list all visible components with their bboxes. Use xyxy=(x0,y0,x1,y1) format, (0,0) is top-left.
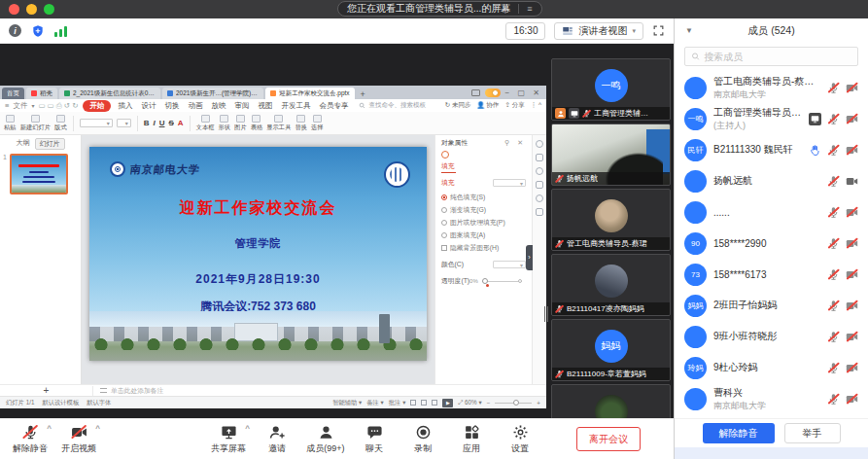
ribbon-版式[interactable]: 版式 xyxy=(54,115,67,132)
notes-placeholder[interactable]: 单击此处添加备注 xyxy=(93,386,163,396)
wps-topright-0[interactable]: ↻ 未同步 xyxy=(445,101,471,110)
strip-icon-4[interactable] xyxy=(536,181,543,189)
wps-menu-会员专享[interactable]: 会员专享 xyxy=(317,101,350,111)
caret-icon[interactable]: ^ xyxy=(47,424,52,433)
ribbon-替换[interactable]: 替换 xyxy=(295,115,307,132)
wps-left-tab-幻灯片[interactable]: 幻灯片 xyxy=(35,138,65,150)
style-S[interactable]: S xyxy=(168,119,173,127)
fill-option[interactable]: 纯色填充(S) xyxy=(441,193,526,202)
wps-topright-2[interactable]: ⇪ 分享 xyxy=(504,101,524,110)
vip-account-badge[interactable] xyxy=(485,88,501,97)
video-tile-5[interactable]: 妈妈B21111009-章若萱妈妈 xyxy=(551,319,671,381)
wps-menu-开发工具[interactable]: 开发工具 xyxy=(279,101,312,111)
watching-screen-banner[interactable]: 您正在观看工商管理类辅导员...的屏幕 ≡ xyxy=(337,1,542,17)
wps-tab-doc[interactable]: 2021级新生开…(管理学院)(1) xyxy=(162,88,263,99)
caret-icon[interactable]: ^ xyxy=(245,424,250,433)
cam-button[interactable]: ^开启视频 xyxy=(54,424,103,455)
member-row[interactable]: 玲妈9杜心玲妈 xyxy=(684,352,858,383)
alpha-slider[interactable] xyxy=(482,281,522,282)
video-tile-3[interactable]: 管工电商类辅导员-蔡珺 xyxy=(551,189,671,251)
new-tab-button[interactable]: + xyxy=(357,89,369,99)
thumbnail-strip-handle[interactable] xyxy=(544,306,548,322)
member-row[interactable]: ...... xyxy=(684,196,858,228)
screen-button[interactable]: ^共享屏幕 xyxy=(204,424,253,455)
video-tile-6[interactable] xyxy=(551,384,671,418)
wps-menu-审阅[interactable]: 审阅 xyxy=(232,101,251,111)
member-row[interactable]: 一鸣工商管理类辅导员-李…(主持人) xyxy=(684,103,858,134)
zoom-slider[interactable] xyxy=(495,403,532,404)
wps-menu-动画[interactable]: 动画 xyxy=(186,101,204,111)
font-style-buttons[interactable]: BIUSA xyxy=(144,119,184,127)
ribbon-表格[interactable]: 表格 xyxy=(251,115,263,132)
ribbon-图片[interactable]: 图片 xyxy=(234,115,247,132)
style-A[interactable]: A xyxy=(178,119,184,127)
member-row[interactable]: 9班小班符晓彤 xyxy=(684,321,858,352)
wps-menu-放映[interactable]: 放映 xyxy=(209,101,227,111)
zoom-level[interactable]: ⤢ 60% ▾ xyxy=(458,399,481,406)
wps-more-icon[interactable]: ⋮ ^ xyxy=(531,101,541,110)
video-tile-1[interactable]: 一鸣工商管理类辅… xyxy=(551,58,671,121)
wps-min-max-close[interactable]: − ▢ ✕ xyxy=(505,88,542,97)
ribbon-显示工具[interactable]: 显示工具 xyxy=(266,115,291,132)
chat-button[interactable]: 聊天 xyxy=(350,424,399,455)
wps-tab-sheet[interactable]: 2_2021级新生信息统计表04.30(1) xyxy=(59,88,160,99)
video-tile-4[interactable]: B21110417凌亦陶妈妈 xyxy=(551,254,671,316)
style-B[interactable]: B xyxy=(144,119,150,127)
shape-style-icon[interactable] xyxy=(441,151,449,159)
member-row[interactable]: 民轩B21111330 魏民轩 xyxy=(684,134,858,165)
raise-hand-button[interactable]: 举手 xyxy=(784,423,841,443)
read-view-icon[interactable] xyxy=(432,400,437,406)
close-window-button[interactable] xyxy=(9,4,19,15)
wps-tab-ppt[interactable]: 迎新工作家校交流会.pptx xyxy=(265,88,355,99)
wps-topright-1[interactable]: 👤 协作 xyxy=(476,101,499,110)
pin-and-close-icons[interactable]: ⚲ ✕ xyxy=(504,139,526,147)
banner-menu-icon[interactable]: ≡ xyxy=(518,4,532,14)
wps-slide-canvas[interactable]: 南京邮电大学 迎新工作家校交流会 管理学院 2021年9月28日19:30 腾讯… xyxy=(82,135,434,384)
record-button[interactable]: 录制 xyxy=(399,424,447,455)
style-I[interactable]: I xyxy=(153,119,155,127)
normal-view-icon[interactable] xyxy=(410,400,416,406)
fullscreen-icon[interactable] xyxy=(652,24,665,37)
gear-button[interactable]: 设置 xyxy=(496,424,544,455)
meeting-timer[interactable]: 16:30 xyxy=(505,22,545,40)
meeting-info-icon[interactable]: i xyxy=(9,24,21,37)
fill-tab[interactable]: 填充 xyxy=(441,161,456,173)
font-size-select[interactable]: ▾ xyxy=(117,119,131,127)
member-row[interactable]: 妈妈2班田子怡妈妈 xyxy=(684,290,858,321)
style-U[interactable]: U xyxy=(159,119,165,127)
status-批注[interactable]: 批注 ▾ xyxy=(389,399,406,407)
member-search-input[interactable] xyxy=(704,52,851,62)
member-row[interactable]: 曹科兴南京邮电大学 xyxy=(684,383,858,414)
video-tile-2[interactable]: 扬帆远航 xyxy=(551,124,671,186)
fill-option[interactable]: 隐藏背景图形(H) xyxy=(441,243,526,253)
wps-menu-开始[interactable]: 开始 xyxy=(83,100,111,112)
color-dropdown[interactable]: ▾ xyxy=(493,261,526,268)
ribbon-形状[interactable]: 形状 xyxy=(218,115,230,132)
mic-button[interactable]: ^解除静音 xyxy=(6,424,54,455)
apps-button[interactable]: 应用 xyxy=(447,424,496,455)
caret-icon[interactable]: ^ xyxy=(95,424,100,433)
slide-thumbnail[interactable] xyxy=(10,154,68,194)
security-shield-icon[interactable] xyxy=(31,24,45,38)
zoom-window-button[interactable] xyxy=(44,4,54,15)
strip-icon-2[interactable] xyxy=(536,154,543,161)
collapse-panel-icon[interactable]: ▼ xyxy=(685,26,693,35)
network-signal-icon[interactable] xyxy=(54,25,67,37)
fill-option[interactable]: 图案填充(A) xyxy=(441,230,526,240)
status-备注[interactable]: 备注 ▾ xyxy=(366,399,384,407)
presentation-slide[interactable]: 南京邮电大学 迎新工作家校交流会 管理学院 2021年9月28日19:30 腾讯… xyxy=(89,147,427,361)
ribbon-文本框[interactable]: 文本框 xyxy=(196,115,215,132)
wps-menu-视图[interactable]: 视图 xyxy=(256,101,274,111)
strip-icon-3[interactable] xyxy=(536,167,543,175)
ribbon-选择[interactable]: 选择 xyxy=(311,115,324,132)
strip-icon-6[interactable] xyxy=(536,208,543,216)
status-智能辅助[interactable]: 智能辅助 ▾ xyxy=(332,399,362,407)
wps-menu-切换[interactable]: 切换 xyxy=(162,101,181,111)
fill-preset-dropdown[interactable]: ▾ xyxy=(493,179,526,187)
minimize-window-button[interactable] xyxy=(26,4,37,15)
leave-meeting-button[interactable]: 离开会议 xyxy=(576,427,641,451)
ribbon-粘贴[interactable]: 粘贴 xyxy=(4,115,17,132)
fill-option[interactable]: 图片或纹理填充(P) xyxy=(441,218,526,228)
strip-icon-1[interactable] xyxy=(536,140,543,148)
view-mode-button[interactable]: 演讲者视图 ▾ xyxy=(554,22,643,40)
